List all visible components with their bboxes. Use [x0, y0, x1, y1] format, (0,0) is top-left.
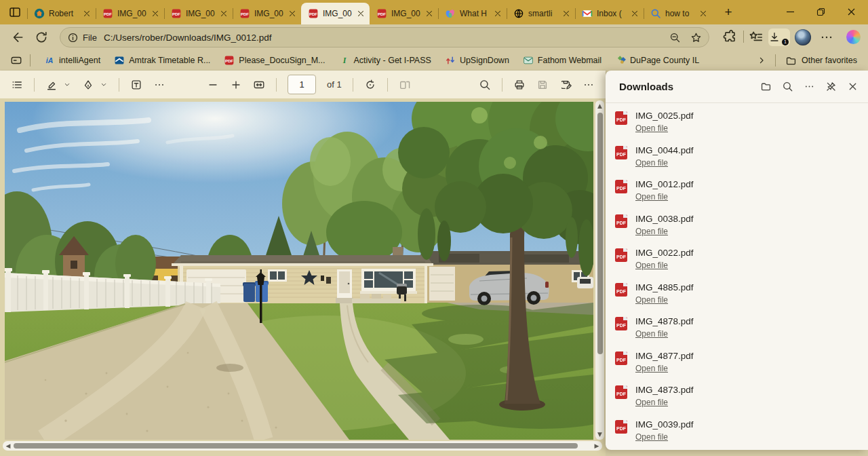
open-file-link[interactable]: Open file — [635, 124, 668, 133]
open-file-link[interactable]: Open file — [635, 364, 668, 373]
new-tab-button[interactable]: + — [721, 5, 736, 20]
favorites-sidebar-icon[interactable] — [9, 54, 23, 66]
page-view-icon[interactable] — [399, 79, 411, 91]
tab-close-icon[interactable] — [630, 9, 639, 18]
browser-tab[interactable]: PDF IMG_00 — [233, 3, 301, 24]
rotate-icon[interactable] — [364, 79, 376, 91]
add-text-icon[interactable] — [130, 79, 142, 91]
browser-tab[interactable]: Robert — [27, 3, 96, 24]
download-item[interactable]: PDF IMG_0012.pdf Open file — [606, 177, 868, 212]
profile-avatar[interactable] — [795, 29, 811, 45]
other-favorites-button[interactable]: Other favorites — [785, 55, 857, 66]
favorite-item[interactable]: UpSignDown — [445, 55, 509, 66]
print-icon[interactable] — [513, 79, 526, 91]
settings-dots-icon[interactable] — [819, 30, 834, 45]
open-file-link[interactable]: Open file — [635, 158, 668, 168]
scroll-right-arrow[interactable]: ▶ — [593, 442, 601, 450]
workspaces-icon[interactable] — [8, 5, 22, 19]
zoom-indicator-icon[interactable] — [669, 32, 681, 43]
search-downloads-icon[interactable] — [782, 81, 793, 92]
unpin-panel-icon[interactable] — [825, 81, 837, 92]
highlighter-icon[interactable] — [45, 79, 58, 91]
close-window-button[interactable] — [836, 0, 866, 23]
downloads-button[interactable]: 1 — [768, 28, 790, 46]
refresh-icon[interactable] — [34, 30, 49, 45]
open-file-link[interactable]: Open file — [635, 192, 668, 202]
open-file-link[interactable]: Open file — [635, 227, 668, 236]
scroll-up-arrow[interactable]: ▲ — [595, 102, 604, 110]
browser-tab[interactable]: PDF IMG_00 — [370, 3, 438, 24]
browser-tab[interactable]: how to — [644, 3, 712, 24]
page-number-input[interactable] — [288, 75, 316, 94]
favorite-item[interactable]: Fathom Webmail — [523, 55, 601, 66]
pdf-file-icon: PDF — [614, 419, 628, 434]
open-file-link[interactable]: Open file — [635, 295, 668, 305]
horizontal-scrollbar[interactable]: ◀ ▶ — [3, 441, 602, 451]
open-file-link[interactable]: Open file — [635, 398, 668, 407]
chevron-down-icon[interactable] — [100, 81, 108, 89]
fit-to-width-icon[interactable] — [253, 79, 265, 91]
tab-close-icon[interactable] — [288, 9, 297, 18]
favorites-list-icon[interactable] — [749, 30, 764, 45]
zoom-out-icon[interactable] — [207, 79, 219, 91]
download-item[interactable]: PDF IMG_4877.pdf Open file — [606, 349, 868, 383]
browser-tab[interactable]: PDF IMG_00 — [164, 3, 233, 24]
browser-tab[interactable]: PDF IMG_00 — [301, 3, 370, 24]
scroll-left-arrow[interactable]: ◀ — [4, 442, 12, 450]
save-icon[interactable] — [536, 79, 549, 91]
favorite-item[interactable]: iA intelliAgent — [44, 55, 100, 66]
download-item[interactable]: PDF IMG_0022.pdf Open file — [606, 246, 868, 280]
add-favorite-star-icon[interactable] — [690, 32, 702, 43]
save-as-icon[interactable] — [559, 79, 572, 91]
tab-close-icon[interactable] — [493, 9, 502, 18]
tab-close-icon[interactable] — [219, 9, 229, 18]
close-panel-icon[interactable] — [847, 81, 859, 92]
address-bar[interactable]: File C:/Users/rober/Downloads/IMG_0012.p… — [60, 27, 709, 48]
search-document-icon[interactable] — [479, 79, 491, 91]
download-item[interactable]: PDF IMG_4885.pdf Open file — [606, 280, 868, 315]
open-file-link[interactable]: Open file — [635, 432, 668, 442]
copilot-icon[interactable] — [846, 30, 861, 44]
vertical-scrollbar[interactable]: ▲ ▼ — [595, 100, 604, 440]
tab-close-icon[interactable] — [151, 9, 160, 18]
tab-close-icon[interactable] — [425, 9, 434, 18]
tab-close-icon[interactable] — [82, 9, 92, 18]
info-icon[interactable] — [67, 32, 79, 43]
download-item[interactable]: PDF IMG_0044.pdf Open file — [606, 143, 868, 178]
tab-close-icon[interactable] — [698, 9, 708, 18]
table-of-contents-icon[interactable] — [11, 79, 23, 91]
minimize-button[interactable] — [775, 0, 805, 23]
download-item[interactable]: PDF IMG_4878.pdf Open file — [606, 314, 868, 349]
downloads-more-dots-icon[interactable] — [804, 81, 815, 92]
extensions-puzzle-icon[interactable] — [723, 30, 738, 45]
scroll-down-arrow[interactable]: ▼ — [595, 430, 604, 438]
tab-close-icon[interactable] — [561, 9, 571, 18]
draw-pen-icon[interactable] — [82, 79, 94, 91]
zoom-in-icon[interactable] — [230, 79, 242, 91]
svg-text:PDF: PDF — [616, 254, 627, 259]
chevron-down-icon[interactable] — [63, 81, 71, 89]
open-file-link[interactable]: Open file — [635, 261, 668, 270]
browser-tab[interactable]: What H — [438, 3, 507, 24]
download-item[interactable]: PDF IMG_0038.pdf Open file — [606, 212, 868, 246]
browser-tab[interactable]: PDF IMG_00 — [96, 3, 164, 24]
back-icon[interactable] — [9, 30, 24, 45]
favorite-item[interactable]: PDF Please_DocuSign_M... — [224, 55, 325, 66]
download-item[interactable]: PDF IMG_0039.pdf Open file — [606, 417, 868, 448]
horizontal-scroll-thumb[interactable] — [14, 443, 578, 449]
more-tools-dots-icon[interactable] — [153, 79, 165, 91]
favorites-overflow-chevron-icon[interactable] — [756, 55, 767, 66]
download-item[interactable]: PDF IMG_0025.pdf Open file — [606, 109, 868, 143]
browser-tab[interactable]: Inbox ( — [575, 3, 644, 24]
vertical-scroll-thumb[interactable] — [597, 113, 603, 354]
tab-close-icon[interactable] — [356, 9, 366, 18]
restore-button[interactable] — [806, 0, 835, 23]
favorite-item[interactable]: Amtrak Timetable R... — [114, 55, 210, 66]
open-downloads-folder-icon[interactable] — [760, 81, 772, 92]
browser-tab[interactable]: smartli — [507, 3, 575, 24]
favorite-item[interactable]: I Activity - Get I-PASS — [339, 55, 431, 66]
more-options-dots-icon[interactable] — [583, 79, 595, 91]
download-item[interactable]: PDF IMG_4873.pdf Open file — [606, 383, 868, 417]
favorite-item[interactable]: DuPage County IL — [615, 55, 699, 66]
open-file-link[interactable]: Open file — [635, 329, 668, 339]
